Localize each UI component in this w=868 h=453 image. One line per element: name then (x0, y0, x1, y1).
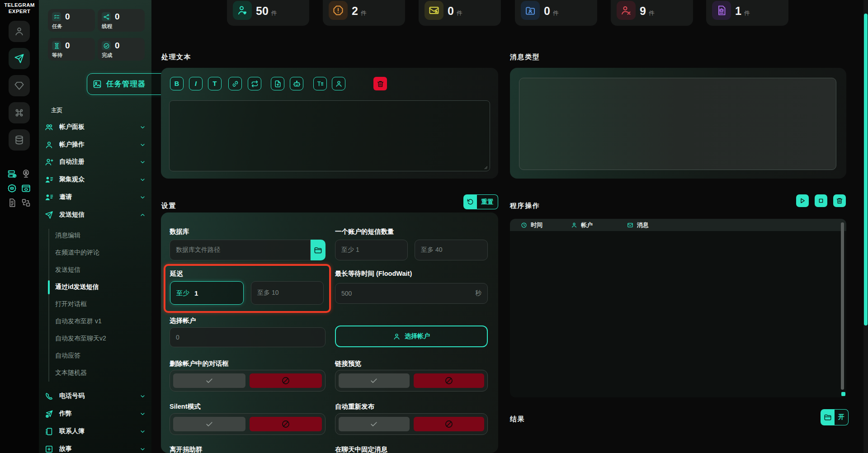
reset-button[interactable]: 重置 (463, 194, 498, 209)
stat-waiting: 0 等待 (48, 38, 95, 61)
sidebar-item-send-sms[interactable]: 发送短信 (45, 206, 146, 223)
hourglass-icon (52, 41, 61, 50)
subitem-auto-post-group-v1[interactable]: 自动发布至群 v1 (55, 313, 146, 330)
delay-max-input[interactable]: 至多 10 (251, 281, 324, 305)
delay-min-input[interactable]: 至少 1 (170, 281, 244, 305)
clear-log-button[interactable] (833, 194, 846, 207)
chevron-down-icon (139, 124, 146, 131)
log-document-icon[interactable] (7, 198, 17, 208)
attach-file-button[interactable] (271, 77, 284, 90)
notebook-icon (45, 427, 53, 436)
toggle-yes-button[interactable] (173, 417, 245, 431)
rail-premium-button[interactable] (9, 75, 30, 96)
rail-tools-button[interactable] (9, 102, 30, 123)
toggle-no-button[interactable] (414, 417, 485, 431)
toggle-no-button[interactable] (414, 373, 485, 388)
sidebar-item-phone-numbers[interactable]: 电话号码 (45, 387, 146, 405)
user-plus-icon (45, 158, 53, 166)
clear-text-button[interactable] (373, 77, 387, 90)
bot-button[interactable] (290, 77, 303, 90)
sidebar-item-gather-audience[interactable]: 聚集观众 (45, 171, 146, 188)
diamond-icon (14, 80, 24, 91)
database-icon (14, 135, 24, 145)
subitem-auto-post-chat-v2[interactable]: 自动发布至聊天v2 (55, 330, 146, 347)
sidebar-item-contacts[interactable]: 联系人簿 (45, 423, 146, 440)
subitem-text-randomizer[interactable]: 文本随机器 (55, 364, 146, 382)
toggle-yes-button[interactable] (339, 417, 410, 431)
task-manager-label: 任务管理器 (106, 79, 169, 89)
sidebar-item-account-panel[interactable]: 帐户面板 (45, 118, 146, 136)
sidebar-item-cheat[interactable]: 作弊 (45, 405, 146, 422)
file-plus-icon (274, 80, 282, 88)
user-icon (14, 26, 24, 37)
browser-script-icon[interactable] (21, 184, 31, 193)
bold-button[interactable]: B (170, 77, 184, 90)
bot-settings-icon[interactable] (7, 184, 17, 193)
sms-max-input[interactable]: 至多 40 (415, 240, 488, 260)
subitem-send-sms-by-id[interactable]: 通过id发送短信 (55, 278, 146, 296)
open-result-button[interactable]: 开 (821, 409, 849, 425)
database-path-input[interactable]: 数据库文件路径 (170, 240, 311, 260)
message-type-area[interactable] (519, 78, 836, 170)
swap-icon[interactable] (21, 198, 31, 208)
floodwait-unit: 秒 (475, 289, 481, 297)
message-type-panel (510, 68, 846, 179)
proxy-server-icon[interactable] (7, 169, 17, 179)
resize-handle-icon[interactable] (483, 165, 488, 170)
italic-button[interactable]: I (189, 77, 203, 90)
sms-min-input[interactable]: 至少 1 (335, 240, 408, 260)
subitem-auto-reply[interactable]: 自动应答 (55, 347, 146, 364)
counter-banned-users: 9件 (611, 0, 693, 26)
start-button[interactable] (796, 194, 809, 207)
user-icon (45, 141, 53, 149)
subitem-open-dialog[interactable]: 打开对话框 (55, 296, 146, 313)
silent-mode-toggle (170, 413, 326, 435)
check-icon (369, 420, 378, 429)
repeat-button[interactable] (248, 77, 261, 90)
message-text-input[interactable] (169, 100, 490, 171)
log-resize-handle[interactable] (841, 392, 845, 396)
stat-value: 0 (65, 41, 70, 51)
page-scrollbar-thumb[interactable] (864, 14, 868, 326)
subitem-send-sms[interactable]: 发送短信 (55, 261, 146, 278)
send-icon (45, 211, 53, 219)
browse-folder-button[interactable] (311, 240, 326, 260)
webcam-user-icon[interactable] (21, 169, 31, 179)
textsize-button[interactable]: T (208, 77, 222, 90)
select-accounts-button[interactable]: 选择帐户 (335, 326, 488, 347)
sidebar-item-account-ops[interactable]: 帐户操作 (45, 136, 146, 153)
subitem-message-edit[interactable]: 消息编辑 (55, 227, 146, 244)
delay-label: 延迟 (170, 269, 183, 278)
mention-button[interactable] (332, 77, 345, 90)
rail-database-button[interactable] (9, 129, 30, 151)
play-icon (799, 197, 806, 204)
chevron-up-icon (139, 212, 146, 218)
toggle-no-button[interactable] (250, 417, 322, 431)
rail-accounts-button[interactable] (9, 21, 30, 42)
floodwait-input[interactable]: 500 秒 (335, 283, 488, 304)
open-label: 开 (835, 409, 849, 425)
stat-label: 等待 (52, 52, 62, 59)
rail-sender-button[interactable] (9, 48, 30, 69)
sidebar-item-stories[interactable]: 故事 (45, 440, 146, 453)
stat-value: 0 (115, 12, 120, 22)
link-button[interactable] (228, 77, 242, 90)
template-button[interactable] (313, 77, 327, 90)
icon-rail: TELEGRAM EXPERT (0, 0, 39, 453)
sidebar-item-auto-register[interactable]: 自动注册 (45, 153, 146, 170)
sidebar-item-invite[interactable]: 邀请 (45, 189, 146, 206)
chevron-down-icon (139, 393, 146, 400)
stop-button[interactable] (815, 194, 827, 207)
toggle-yes-button[interactable] (173, 373, 245, 388)
ban-icon (444, 376, 453, 385)
stat-value: 0 (65, 12, 70, 22)
toggle-no-button[interactable] (250, 373, 322, 388)
accounts-count-input[interactable]: 0 (170, 327, 326, 347)
toggle-yes-button[interactable] (339, 373, 410, 388)
counter-mail-errors: 0件 (419, 0, 501, 26)
task-manager-icon (93, 80, 102, 89)
log-scrollbar[interactable] (841, 222, 844, 390)
counter-folder-users: 0件 (515, 0, 597, 26)
subitem-channel-comments[interactable]: 在频道中的评论 (55, 244, 146, 261)
leave-group-label: 离开捐助群 (170, 445, 203, 453)
